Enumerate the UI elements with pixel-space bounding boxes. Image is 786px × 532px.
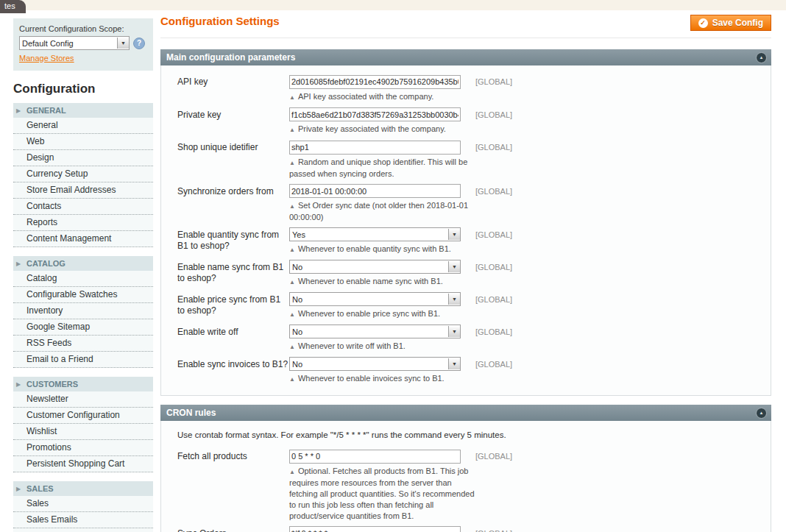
nav-section-sales: ▶ SALES Sales Sales Emails PDF Print-out… [13,481,153,532]
field-row-enable-write-off: Enable write off No ▼ ▲Whenever to write… [161,324,771,352]
sidebar-item-google-sitemap[interactable]: Google Sitemap [13,319,153,336]
field-label: Enable quantity sync from B1 to eshop? [161,227,289,255]
nav-header-customers[interactable]: ▶ CUSTOMERS [13,377,153,391]
comment-marker-icon: ▲ [289,160,295,166]
section-arrow-icon: ▶ [16,260,26,267]
enable-name-sync-select[interactable]: No ▼ [289,260,461,274]
enable-quantity-sync-select[interactable]: Yes ▼ [289,227,461,241]
nav-section-general: ▶ GENERAL General Web Design Currency Se… [13,103,153,247]
sidebar-item-general[interactable]: General [13,118,153,134]
scope-label: Current Configuration Scope: [19,24,147,33]
scope-badge: [GLOBAL] [475,449,512,522]
nav-header-sales[interactable]: ▶ SALES [13,481,153,496]
sidebar-item-customer-configuration[interactable]: Customer Configuration [13,408,153,424]
chevron-down-icon[interactable]: ▼ [448,229,460,240]
scope-badge: [GLOBAL] [475,260,512,288]
field-row-private-key: Private key ▲Private key associated with… [161,107,771,136]
select-value: No [290,327,448,336]
select-value: No [290,295,448,304]
sidebar-item-store-email-addresses[interactable]: Store Email Addresses [13,182,153,199]
nav-section-customers: ▶ CUSTOMERS Newsletter Customer Configur… [13,377,153,472]
scope-badge: [GLOBAL] [475,107,512,136]
save-config-label: Save Config [712,18,763,28]
scope-badge: [GLOBAL] [475,526,512,532]
section-arrow-icon: ▶ [16,381,26,388]
field-label: Synchronize orders from [161,184,289,224]
sidebar-item-design[interactable]: Design [13,150,153,166]
section-header-main-parameters[interactable]: Main configuration parameters ▲ [160,49,771,65]
sidebar-item-rss-feeds[interactable]: RSS Feeds [13,336,153,352]
save-config-button[interactable]: ✓ Save Config [690,15,771,31]
enable-sync-invoices-select[interactable]: No ▼ [289,357,461,371]
collapse-up-icon[interactable]: ▲ [756,52,767,63]
scope-badge: [GLOBAL] [475,324,512,352]
sync-orders-input[interactable] [289,526,461,532]
check-circle-icon: ✓ [698,18,708,28]
scope-badge: [GLOBAL] [475,357,512,385]
section-title: Main configuration parameters [166,52,295,63]
chevron-down-icon[interactable]: ▼ [117,38,129,49]
sidebar-item-persistent-shopping-cart[interactable]: Persistent Shopping Cart [13,456,153,472]
section-arrow-icon: ▶ [16,107,26,114]
sync-orders-from-input[interactable] [289,184,461,198]
field-label: Enable sync invoices to B1? [161,357,289,385]
collapse-up-icon[interactable]: ▲ [756,408,767,419]
nav-header-label: GENERAL [26,106,66,115]
field-comment: ▲Private key associated with the company… [289,124,475,135]
fetch-all-products-input[interactable] [289,450,461,464]
scope-select[interactable]: Default Config ▼ [19,36,130,50]
scope-badge: [GLOBAL] [475,74,512,103]
sidebar-item-currency-setup[interactable]: Currency Setup [13,166,153,182]
configuration-scope-panel: Current Configuration Scope: Default Con… [13,18,153,71]
field-comment: ▲Optional. Fetches all products from B1.… [289,466,475,522]
field-row-enable-quantity-sync: Enable quantity sync from B1 to eshop? Y… [161,227,771,255]
manage-stores-link[interactable]: Manage Stores [19,54,74,63]
chevron-down-icon[interactable]: ▼ [448,326,460,337]
field-comment: ▲Random and unique shop identifier. This… [289,157,475,180]
sidebar-item-sales-emails[interactable]: Sales Emails [13,512,153,528]
sidebar-item-contacts[interactable]: Contacts [13,199,153,215]
sidebar-item-wishlist[interactable]: Wishlist [13,424,153,440]
sidebar-item-inventory[interactable]: Inventory [13,303,153,319]
shop-identifier-input[interactable] [289,141,461,155]
field-row-enable-name-sync: Enable name sync from B1 to eshop? No ▼ … [161,260,771,288]
sidebar-item-web[interactable]: Web [13,134,153,150]
sidebar-item-catalog[interactable]: Catalog [13,271,153,287]
fieldset-cron-rules: Use crontab format syntax. For example "… [160,421,771,532]
chevron-down-icon[interactable]: ▼ [448,261,460,272]
field-comment: ▲Whenever to enable name sync with B1. [289,276,475,288]
select-value: Yes [290,230,448,239]
field-label: Fetch all products [161,449,289,522]
section-title: CRON rules [166,408,216,418]
sidebar-item-content-management[interactable]: Content Management [13,231,153,247]
field-label: Enable name sync from B1 to eshop? [161,260,289,288]
field-row-shop-identifier: Shop unique idetifier ▲Random and unique… [161,140,771,180]
sidebar-item-promotions[interactable]: Promotions [13,440,153,456]
sidebar-item-sales[interactable]: Sales [13,496,153,512]
comment-marker-icon: ▲ [289,94,295,101]
chevron-down-icon[interactable]: ▼ [448,358,460,369]
field-label: Private key [161,107,289,136]
sidebar-item-newsletter[interactable]: Newsletter [13,391,153,408]
help-icon[interactable]: ? [133,38,145,49]
enable-price-sync-select[interactable]: No ▼ [289,292,461,306]
api-key-input[interactable] [289,75,461,89]
sidebar-item-reports[interactable]: Reports [13,215,153,231]
scope-select-value: Default Config [20,39,117,48]
field-label: Enable price sync from B1 to eshop? [161,292,289,320]
field-comment: ▲Whenever to enable quantity sync with B… [289,244,475,255]
corner-tab[interactable]: tes [0,0,26,13]
sidebar-item-configurable-swatches[interactable]: Configurable Swatches [13,287,153,303]
section-header-cron-rules[interactable]: CRON rules ▲ [160,405,771,421]
private-key-input[interactable] [289,107,461,121]
field-label: Shop unique idetifier [161,140,289,180]
sidebar-title: Configuration [13,82,153,96]
nav-header-general[interactable]: ▶ GENERAL [13,103,153,118]
enable-write-off-select[interactable]: No ▼ [289,324,461,338]
comment-marker-icon: ▲ [289,344,295,350]
sidebar-item-email-to-a-friend[interactable]: Email to a Friend [13,352,153,368]
sidebar-item-pdf-print-outs[interactable]: PDF Print-outs [13,528,153,532]
nav-section-catalog: ▶ CATALOG Catalog Configurable Swatches … [13,256,153,368]
nav-header-catalog[interactable]: ▶ CATALOG [13,256,153,271]
chevron-down-icon[interactable]: ▼ [448,294,460,305]
